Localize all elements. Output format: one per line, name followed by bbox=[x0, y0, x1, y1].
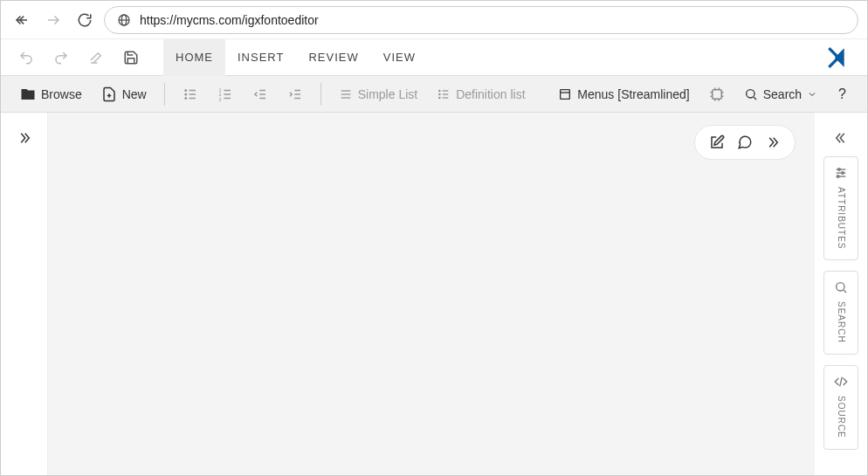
svg-point-29 bbox=[439, 90, 440, 91]
code-icon bbox=[834, 375, 848, 389]
svg-rect-35 bbox=[561, 89, 570, 99]
settings-chip-button[interactable] bbox=[702, 80, 732, 108]
search-tab[interactable]: SEARCH bbox=[823, 271, 858, 355]
svg-text:3: 3 bbox=[218, 96, 221, 101]
numbered-list-button[interactable]: 123 bbox=[210, 80, 240, 108]
undo-button[interactable] bbox=[11, 43, 41, 72]
svg-point-10 bbox=[185, 97, 187, 99]
sliders-icon bbox=[834, 166, 848, 180]
search-label: Search bbox=[763, 87, 802, 101]
new-button[interactable]: New bbox=[94, 80, 154, 108]
browse-button[interactable]: Browse bbox=[13, 80, 89, 108]
svg-point-8 bbox=[185, 89, 187, 91]
app-logo bbox=[825, 46, 857, 69]
expand-right-panel-button[interactable] bbox=[833, 130, 849, 146]
simple-list-label: Simple List bbox=[358, 87, 417, 101]
svg-point-46 bbox=[746, 89, 754, 97]
comments-button[interactable] bbox=[737, 135, 753, 150]
outdent-button[interactable] bbox=[245, 80, 275, 108]
help-button[interactable]: ? bbox=[830, 80, 855, 108]
help-label: ? bbox=[838, 86, 846, 102]
url-text: https://mycms.com/igxfontoeditor bbox=[140, 13, 319, 27]
clear-button[interactable] bbox=[81, 43, 111, 72]
back-button[interactable] bbox=[10, 8, 34, 32]
source-tab[interactable]: SOURCE bbox=[823, 365, 858, 450]
attributes-tab[interactable]: ATTRIBUTES bbox=[823, 156, 858, 260]
attributes-label: ATTRIBUTES bbox=[837, 187, 846, 249]
browse-label: Browse bbox=[41, 87, 82, 101]
tab-insert[interactable]: INSERT bbox=[225, 39, 296, 76]
definition-list-label: Definition list bbox=[456, 87, 525, 101]
menus-label: Menus [Streamlined] bbox=[577, 87, 689, 101]
indent-button[interactable] bbox=[280, 80, 310, 108]
redo-button[interactable] bbox=[46, 43, 76, 72]
ribbon-toolbar: Browse New 123 Simple List Definition li… bbox=[1, 76, 867, 113]
expand-left-panel-button[interactable] bbox=[17, 130, 32, 475]
right-rail: ATTRIBUTES SEARCH SOURCE bbox=[815, 113, 867, 475]
source-label: SOURCE bbox=[837, 396, 846, 438]
menus-button[interactable]: Menus [Streamlined] bbox=[551, 80, 696, 108]
chevron-down-icon bbox=[807, 89, 817, 100]
expand-floating-button[interactable] bbox=[765, 135, 781, 150]
svg-line-56 bbox=[840, 377, 843, 387]
new-label: New bbox=[122, 87, 147, 101]
left-rail bbox=[1, 113, 48, 475]
search-button[interactable]: Search bbox=[737, 80, 824, 108]
divider bbox=[320, 83, 321, 106]
tab-home[interactable]: HOME bbox=[163, 39, 225, 76]
svg-rect-37 bbox=[712, 89, 721, 99]
divider bbox=[164, 83, 165, 106]
edit-button[interactable] bbox=[709, 135, 725, 150]
search-icon bbox=[834, 280, 848, 294]
svg-point-31 bbox=[439, 97, 440, 98]
bullet-list-button[interactable] bbox=[176, 80, 205, 108]
tab-view[interactable]: VIEW bbox=[371, 39, 428, 76]
primary-toolbar: HOME INSERT REVIEW VIEW bbox=[1, 39, 867, 76]
search-side-label: SEARCH bbox=[837, 301, 846, 343]
reload-button[interactable] bbox=[72, 8, 97, 32]
address-bar[interactable]: https://mycms.com/igxfontoeditor bbox=[104, 6, 858, 34]
simple-list-button[interactable]: Simple List bbox=[332, 80, 424, 108]
svg-point-30 bbox=[439, 93, 440, 94]
save-button[interactable] bbox=[116, 43, 146, 72]
definition-list-button[interactable]: Definition list bbox=[430, 80, 532, 108]
browser-bar: https://mycms.com/igxfontoeditor bbox=[1, 1, 867, 39]
main-area: ATTRIBUTES SEARCH SOURCE bbox=[1, 113, 867, 475]
globe-icon bbox=[117, 13, 131, 27]
svg-line-55 bbox=[844, 291, 846, 293]
forward-button[interactable] bbox=[41, 8, 65, 32]
editor-canvas[interactable] bbox=[48, 113, 815, 475]
svg-point-9 bbox=[185, 93, 187, 95]
svg-line-47 bbox=[754, 97, 756, 100]
tab-review[interactable]: REVIEW bbox=[296, 39, 370, 76]
floating-toolbar bbox=[694, 125, 796, 160]
svg-point-54 bbox=[837, 283, 844, 291]
